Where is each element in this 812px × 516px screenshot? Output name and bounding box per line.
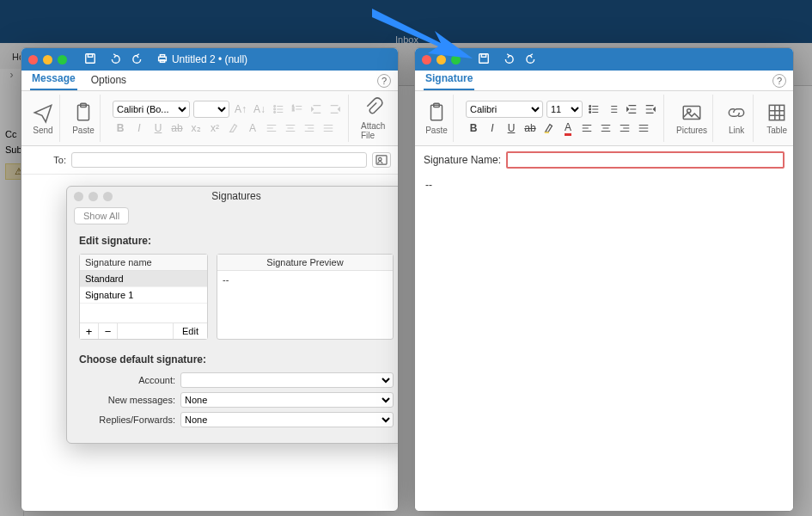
pictures-group[interactable]: Pictures — [671, 95, 713, 142]
minimize-button[interactable] — [43, 55, 52, 64]
tab-message[interactable]: Message — [30, 69, 77, 90]
link-group[interactable]: Link — [720, 95, 754, 142]
highlight-icon[interactable] — [226, 120, 241, 136]
edit-signature-heading: Edit signature: — [79, 235, 394, 247]
sig-close-button[interactable] — [422, 55, 431, 64]
sig-redo-icon[interactable] — [524, 51, 540, 69]
table-label: Table — [766, 126, 787, 135]
signature-list: Signature name Standard Signature 1 + − … — [79, 254, 208, 340]
sig-indent-icon[interactable] — [643, 101, 658, 117]
signature-editor-body[interactable]: -- — [415, 174, 793, 511]
sig-help-icon[interactable]: ? — [772, 74, 786, 88]
increase-font-icon[interactable]: A↑ — [233, 101, 248, 117]
signature-row-signature1[interactable]: Signature 1 — [80, 287, 207, 304]
align-left-icon[interactable] — [264, 120, 279, 136]
bold-icon[interactable]: B — [113, 120, 128, 136]
default-signature-heading: Choose default signature: — [79, 353, 394, 366]
sig-font-name-select[interactable]: Calibri — [466, 101, 543, 118]
zoom-button[interactable] — [58, 55, 67, 64]
align-center-icon[interactable] — [283, 120, 298, 136]
sig-bullets-icon[interactable] — [586, 101, 601, 117]
svg-rect-36 — [481, 53, 485, 57]
svg-point-68 — [687, 109, 691, 113]
sig-strike-icon[interactable]: ab — [522, 120, 538, 136]
modal-close-button[interactable] — [74, 192, 83, 201]
numbering-icon[interactable]: 12 — [290, 101, 305, 117]
bg-inbox-fragment: Inbox — [395, 34, 418, 45]
replies-forwards-select[interactable]: None — [180, 412, 394, 427]
signature-name-input[interactable] — [506, 151, 785, 169]
svg-rect-1 — [88, 53, 92, 57]
sig-bold-icon[interactable]: B — [466, 120, 481, 136]
signatures-modal: Signatures Show All Edit signature: Sign… — [66, 186, 399, 444]
sig-italic-icon[interactable]: I — [485, 120, 500, 136]
modal-traffic-lights[interactable] — [74, 192, 113, 201]
sig-highlight-icon[interactable] — [541, 120, 557, 136]
font-size-select[interactable] — [193, 101, 229, 118]
compose-titlebar[interactable]: Untitled 2 • (null) — [21, 48, 398, 71]
sig-zoom-button[interactable] — [451, 55, 461, 64]
sig-font-color-icon[interactable]: A — [560, 120, 576, 136]
modal-zoom-button[interactable] — [103, 192, 113, 201]
modal-minimize-button[interactable] — [89, 192, 98, 201]
table-group[interactable]: Table — [760, 95, 793, 142]
undo-icon[interactable] — [107, 51, 122, 69]
tab-signature[interactable]: Signature — [424, 69, 474, 90]
new-messages-label: New messages: — [79, 395, 175, 405]
underline-icon[interactable]: U — [150, 120, 166, 136]
subscript-icon[interactable]: x₂ — [188, 120, 204, 136]
to-input[interactable] — [71, 152, 367, 168]
outdent-icon[interactable] — [308, 101, 324, 117]
font-color-icon[interactable]: A — [245, 120, 260, 136]
account-label: Account: — [79, 375, 175, 385]
sig-align-right-icon[interactable] — [617, 120, 632, 136]
traffic-lights[interactable] — [28, 55, 67, 64]
font-name-select[interactable]: Calibri (Bo... — [113, 101, 190, 118]
remove-signature-button[interactable]: − — [99, 323, 118, 339]
help-icon[interactable]: ? — [377, 74, 391, 88]
indent-icon[interactable] — [327, 101, 343, 117]
italic-icon[interactable]: I — [131, 120, 147, 136]
sig-font-size-select[interactable]: 11 — [546, 101, 583, 118]
new-messages-select[interactable]: None — [180, 392, 394, 408]
svg-rect-35 — [479, 53, 489, 63]
send-label: Send — [33, 126, 52, 135]
sig-titlebar[interactable] — [415, 48, 793, 71]
send-group[interactable]: Send — [27, 95, 60, 142]
sig-align-center-icon[interactable] — [598, 120, 614, 136]
sig-outdent-icon[interactable] — [624, 101, 639, 117]
decrease-font-icon[interactable]: A↓ — [252, 101, 267, 117]
bullets-icon[interactable] — [271, 101, 286, 117]
modal-title: Signatures — [67, 187, 399, 204]
sig-justify-icon[interactable] — [636, 120, 651, 136]
edit-signature-button[interactable]: Edit — [173, 323, 207, 339]
sig-minimize-button[interactable] — [437, 55, 446, 64]
save-icon[interactable] — [82, 51, 98, 69]
sig-align-left-icon[interactable] — [579, 120, 595, 136]
sig-save-icon[interactable] — [476, 51, 491, 69]
strike-icon[interactable]: ab — [169, 120, 185, 136]
close-button[interactable] — [28, 55, 38, 64]
paste-group[interactable]: Paste — [67, 95, 101, 142]
address-book-button[interactable] — [372, 152, 391, 168]
justify-icon[interactable] — [321, 120, 336, 136]
superscript-icon[interactable]: x² — [207, 120, 223, 136]
print-icon[interactable] — [155, 51, 170, 69]
sig-undo-icon[interactable] — [500, 51, 516, 69]
link-label: Link — [729, 126, 744, 135]
sig-underline-icon[interactable]: U — [504, 120, 519, 136]
to-label: To: — [28, 155, 66, 165]
redo-icon[interactable] — [131, 51, 146, 69]
sig-traffic-lights[interactable] — [422, 55, 461, 64]
svg-text:2: 2 — [292, 108, 295, 112]
signature-row-standard[interactable]: Standard — [80, 271, 207, 287]
add-signature-button[interactable]: + — [80, 323, 99, 339]
account-select[interactable] — [180, 372, 394, 388]
tab-options[interactable]: Options — [89, 71, 128, 90]
attach-group[interactable]: Attach File — [356, 95, 393, 142]
align-right-icon[interactable] — [302, 120, 317, 136]
sig-paste-group[interactable]: Paste — [420, 95, 454, 142]
compose-ribbon: Send Paste Calibri (Bo... A↑ A↓ 12 — [21, 91, 398, 146]
sig-numbering-icon[interactable] — [605, 101, 620, 117]
show-all-button[interactable]: Show All — [74, 207, 129, 224]
